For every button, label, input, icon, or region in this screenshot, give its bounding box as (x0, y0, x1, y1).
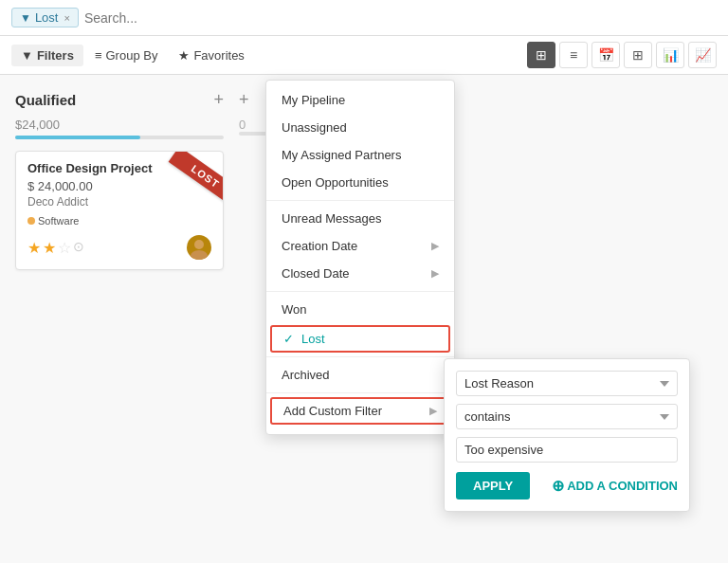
filter-actions: APPLY ⊕ ADD A CONDITION (456, 472, 678, 499)
divider-4 (266, 392, 454, 393)
svg-point-1 (191, 250, 208, 260)
filter-unassigned-label: Unassigned (282, 120, 347, 135)
filter-won[interactable]: Won (266, 296, 454, 323)
filter-field-select[interactable]: Lost Reason Stage Salesperson (456, 371, 678, 396)
kanban-column-qualified: Qualified + $24,000 LOST Office Design P… (15, 90, 224, 539)
star-1: ★ (27, 239, 41, 257)
divider-2 (266, 291, 454, 292)
card-amount: $ 24,000.00 (27, 179, 211, 193)
card-footer: ★ ★ ☆ ⊙ (27, 235, 211, 260)
view-kanban-button[interactable]: ⊞ (527, 42, 555, 68)
filter-operator-row: contains does not contain (456, 404, 678, 429)
kanban-col-bar-fill-qualified (15, 136, 140, 139)
filter-open-opportunities-label: Open Opportunities (282, 175, 389, 190)
kanban-card-office-design[interactable]: LOST Office Design Project $ 24,000.00 D… (15, 151, 224, 270)
toolbar: ▼ Filters ≡ Group By ★ Favorites ⊞ ≡ 📅 ⊞… (0, 36, 728, 75)
group-by-icon: ≡ (95, 48, 102, 63)
filter-closed-date-label: Closed Date (282, 266, 350, 281)
filter-closed-date[interactable]: Closed Date ▶ (266, 260, 454, 287)
card-stars[interactable]: ★ ★ ☆ ⊙ (27, 239, 84, 257)
filters-dropdown[interactable]: My Pipeline Unassigned My Assigned Partn… (265, 80, 455, 435)
chevron-right-icon-closed: ▶ (431, 267, 439, 280)
filter-lost[interactable]: ✓ Lost (270, 325, 450, 353)
divider-3 (266, 356, 454, 357)
add-custom-filter-item[interactable]: Add Custom Filter ▶ (270, 397, 450, 425)
star-3: ☆ (58, 239, 71, 257)
filters-label: Filters (37, 48, 74, 63)
group-by-label: Group By (105, 48, 157, 63)
filter-value-input[interactable] (456, 437, 678, 463)
filters-icon: ▼ (21, 48, 33, 63)
card-tag-label: Software (38, 215, 79, 227)
filter-unassigned[interactable]: Unassigned (266, 114, 454, 141)
chevron-right-icon: ▶ (431, 240, 439, 252)
add-condition-button[interactable]: ⊕ ADD A CONDITION (552, 477, 678, 495)
add-custom-filter-label: Add Custom Filter (283, 404, 382, 418)
view-calendar-button[interactable]: 📅 (592, 42, 620, 68)
filter-tag-close[interactable]: × (64, 12, 69, 24)
favorites-label: Favorites (193, 48, 244, 63)
custom-filter-panel[interactable]: Lost Reason Stage Salesperson contains d… (444, 358, 690, 512)
filter-field-row: Lost Reason Stage Salesperson (456, 371, 678, 396)
tag-dot-icon (27, 217, 35, 225)
filter-tag-label: Lost (35, 10, 59, 25)
filter-my-assigned-partners-label: My Assigned Partners (282, 148, 401, 162)
filter-my-assigned-partners[interactable]: My Assigned Partners (266, 141, 454, 169)
kanban-col-bar-qualified (15, 136, 224, 139)
filter-unread-messages[interactable]: Unread Messages (266, 205, 454, 232)
toolbar-left: ▼ Filters ≡ Group By ★ Favorites (11, 45, 254, 66)
favorites-star-icon: ★ (178, 48, 190, 63)
add-condition-label: ADD A CONDITION (567, 479, 678, 493)
search-input[interactable] (84, 10, 717, 26)
kanban-col-add-won[interactable]: + (239, 90, 249, 110)
filter-archived[interactable]: Archived (266, 361, 454, 389)
filter-open-opportunities[interactable]: Open Opportunities (266, 169, 454, 196)
view-pivot-button[interactable]: ⊞ (624, 42, 652, 68)
forecast-icon: ⊙ (73, 239, 84, 257)
avatar (187, 235, 211, 260)
filter-lost-label: Lost (301, 332, 325, 346)
group-by-button[interactable]: ≡ Group By (85, 45, 168, 66)
filter-creation-date-label: Creation Date (282, 239, 357, 253)
plus-circle-icon: ⊕ (552, 477, 564, 495)
filter-archived-label: Archived (282, 368, 330, 382)
avatar-image (187, 235, 211, 260)
star-2: ★ (43, 239, 56, 257)
divider-1 (266, 200, 454, 201)
add-custom-filter-chevron-icon: ▶ (429, 405, 437, 417)
apply-button[interactable]: APPLY (456, 472, 530, 499)
check-icon: ✓ (283, 332, 294, 346)
toolbar-right: ⊞ ≡ 📅 ⊞ 📊 📈 (527, 42, 717, 68)
view-line-button[interactable]: 📈 (688, 42, 717, 68)
kanban-col-amount-qualified: $24,000 (15, 118, 224, 132)
filter-my-pipeline[interactable]: My Pipeline (266, 86, 454, 114)
search-bar: ▼ Lost × (0, 0, 728, 36)
filter-operator-select[interactable]: contains does not contain (456, 404, 678, 429)
kanban-col-add-qualified[interactable]: + (213, 90, 224, 110)
filter-funnel-icon: ▼ (20, 11, 31, 25)
active-filter-tag[interactable]: ▼ Lost × (11, 8, 79, 27)
filters-button[interactable]: ▼ Filters (11, 45, 83, 66)
svg-point-0 (194, 240, 204, 249)
filter-value-row (456, 437, 678, 463)
filter-creation-date[interactable]: Creation Date ▶ (266, 232, 454, 260)
kanban-col-title-qualified: Qualified (15, 92, 76, 108)
kanban-col-header-qualified: Qualified + (15, 90, 224, 110)
filter-won-label: Won (282, 302, 307, 317)
filter-my-pipeline-label: My Pipeline (282, 93, 345, 107)
card-tag: Software (27, 215, 79, 227)
filter-unread-messages-label: Unread Messages (282, 211, 382, 226)
favorites-button[interactable]: ★ Favorites (169, 45, 253, 66)
card-partner: Deco Addict (27, 195, 211, 209)
view-bar-button[interactable]: 📊 (656, 42, 684, 68)
view-list-button[interactable]: ≡ (559, 42, 588, 68)
